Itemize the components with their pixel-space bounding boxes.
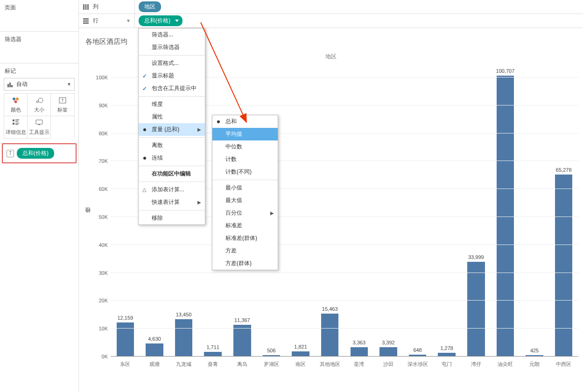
menu-item[interactable]: 显示筛选器 [139, 41, 205, 54]
columns-shelf: 列 地区 [79, 0, 583, 14]
marks-label: 标记 [4, 66, 75, 78]
menu-item[interactable]: 属性 [139, 111, 205, 123]
menu-item[interactable]: 维度 [139, 98, 205, 111]
bar-value-label: 648 [413, 347, 421, 353]
menu-item[interactable]: 中位数 [212, 140, 278, 153]
bar-col: 15,463 [315, 63, 344, 357]
menu-item[interactable]: 度量 (总和)▶ [139, 123, 205, 136]
filters-label: 筛选器 [5, 35, 74, 43]
svg-text:T: T [61, 98, 64, 103]
menu-item[interactable]: 在功能区中编辑 [139, 168, 205, 180]
rows-shelf: 行 ▼ 总和(价格) [79, 14, 583, 28]
menu-item[interactable]: 计数 [212, 153, 278, 166]
svg-rect-15 [15, 124, 18, 125]
pill-dropdown-icon [175, 20, 179, 22]
marks-detail-label: 详细信息 [6, 129, 26, 136]
caret-down-icon[interactable]: ▼ [126, 18, 131, 23]
bar-value-label: 11,367 [234, 317, 250, 323]
svg-point-7 [38, 98, 43, 103]
svg-rect-22 [83, 22, 89, 24]
bar-value-label: 100,707 [496, 68, 515, 74]
menu-item[interactable]: 方差 [212, 245, 278, 257]
detail-icon [12, 119, 20, 127]
sum-price-pill[interactable]: 总和(价格) [17, 148, 54, 159]
bar[interactable] [321, 314, 339, 357]
bar-col: 33,999 [462, 63, 491, 357]
bar-value-label: 13,450 [176, 312, 192, 317]
bar-value-label: 65,278 [556, 167, 572, 173]
svg-point-3 [13, 98, 15, 100]
menu-item[interactable]: 筛选器... [139, 28, 205, 41]
menu-item[interactable]: 设置格式... [139, 57, 205, 70]
menu-item[interactable]: ✓显示标题 [139, 70, 205, 82]
bar-value-label: 4,630 [148, 336, 161, 342]
bar[interactable] [467, 262, 485, 357]
menu-item[interactable]: 快速表计算▶ [139, 196, 205, 209]
svg-rect-20 [83, 18, 89, 20]
bar[interactable] [497, 76, 514, 357]
xaxis-tick-label: 罗湖区 [257, 361, 286, 368]
bar-value-label: 3,392 [382, 340, 395, 345]
label-pill-icon: T [7, 150, 14, 157]
aggregation-submenu: 总和平均值中位数计数计数(不同)最小值最大值百分位▶标准差标准差(群体)方差方差… [212, 115, 278, 270]
marks-detail-button[interactable]: 详细信息 [4, 116, 28, 139]
bar[interactable] [117, 322, 134, 357]
menu-item[interactable]: 移除 [139, 212, 205, 224]
bar[interactable] [379, 347, 397, 357]
menu-item[interactable]: ✓包含在工具提示中 [139, 82, 205, 95]
marks-color-button[interactable]: 颜色 [4, 94, 28, 116]
menu-item[interactable]: 标准差(群体) [212, 232, 278, 245]
menu-item[interactable]: 连续 [139, 152, 205, 164]
menu-item[interactable]: 标准差 [212, 219, 278, 232]
svg-rect-11 [15, 119, 19, 120]
rows-label: 行 [93, 17, 98, 25]
marks-empty [51, 116, 74, 139]
bar-value-label: 1,278 [440, 345, 453, 351]
xaxis-tick-label: 其他地区 [315, 361, 344, 368]
pages-label: 页面 [5, 4, 74, 12]
marks-label-button[interactable]: T 标签 [51, 94, 74, 116]
marks-size-button[interactable]: 大小 [28, 94, 51, 116]
marks-tooltip-button[interactable]: 工具提示 [28, 116, 51, 139]
svg-rect-16 [36, 120, 42, 124]
svg-rect-1 [9, 83, 11, 87]
menu-item[interactable]: 离散 [139, 139, 205, 152]
xaxis-tick-label: 沙田 [374, 361, 403, 368]
menu-item[interactable]: 百分位▶ [212, 207, 278, 219]
xaxis-tick-label: 湾仔 [462, 361, 491, 368]
marks-label-label: 标签 [57, 106, 68, 113]
xaxis-tick-label: 屯门 [432, 361, 462, 368]
menu-item[interactable]: 平均值 [212, 128, 278, 140]
bar-value-label: 33,999 [468, 254, 484, 260]
xaxis-tick-label: 油尖旺 [491, 361, 520, 368]
bar-col: 3,363 [344, 63, 374, 357]
pages-panel: 页面 [0, 0, 78, 32]
menu-item[interactable]: 方差(群体) [212, 257, 278, 270]
bar[interactable] [175, 319, 193, 357]
columns-region-pill[interactable]: 地区 [139, 1, 161, 12]
marks-panel: 标记 自动 ▼ 颜色 大小 T 标签 [0, 63, 78, 141]
rows-sum-price-pill[interactable]: 总和(价格) [139, 15, 183, 26]
bar-col: 648 [403, 63, 432, 357]
yaxis-title: 价格 [84, 63, 92, 371]
bar[interactable] [146, 343, 163, 357]
bar-value-label: 1,711 [206, 344, 219, 350]
menu-item[interactable]: 最小值 [212, 182, 278, 194]
menu-item[interactable]: 最大值 [212, 194, 278, 207]
bar[interactable] [233, 325, 251, 357]
menu-item[interactable]: 总和 [212, 115, 278, 128]
color-icon [12, 96, 20, 105]
bar-value-label: 3,363 [353, 340, 366, 345]
marks-type-dropdown[interactable]: 自动 ▼ [4, 78, 75, 91]
svg-point-5 [14, 100, 17, 103]
menu-item[interactable]: △添加表计算... [139, 183, 205, 196]
bar[interactable] [555, 175, 573, 357]
bar-col: 12,159 [111, 63, 140, 357]
svg-rect-21 [83, 20, 89, 21]
columns-icon [83, 4, 89, 10]
filters-panel: 筛选器 [0, 32, 78, 63]
bar[interactable] [351, 347, 368, 357]
bar-value-label: 15,463 [322, 306, 338, 312]
marks-grid: 颜色 大小 T 标签 详细信息 工具提示 [4, 93, 75, 139]
menu-item[interactable]: 计数(不同) [212, 166, 278, 178]
